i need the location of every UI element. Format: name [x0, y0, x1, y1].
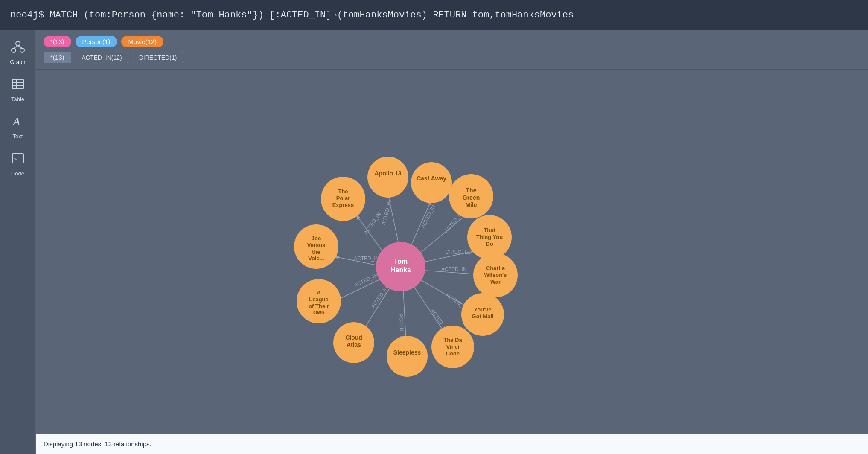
- graph-icon: [11, 40, 25, 57]
- sidebar-item-text[interactable]: A Text: [0, 108, 35, 146]
- svg-text:Code: Code: [446, 350, 460, 357]
- sidebar-label-code: Code: [11, 170, 24, 177]
- sidebar-item-graph[interactable]: Graph: [0, 34, 35, 71]
- badge-acted-in[interactable]: ACTED_IN(12): [76, 52, 128, 63]
- svg-text:the: the: [312, 249, 320, 255]
- svg-text:Sleepless: Sleepless: [393, 349, 421, 356]
- sidebar-item-code[interactable]: >_ Code: [0, 146, 35, 183]
- badge-movie[interactable]: Movie(12): [121, 36, 163, 47]
- svg-text:Thing You: Thing You: [476, 234, 503, 240]
- node-tom-hanks-label: Tom: [394, 258, 408, 265]
- sidebar-label-table: Table: [11, 96, 24, 102]
- table-icon: [11, 77, 25, 94]
- main-layout: Graph Table A Text: [0, 30, 868, 454]
- svg-text:Do: Do: [486, 241, 493, 247]
- svg-point-0: [16, 41, 20, 46]
- svg-rect-5: [12, 79, 23, 89]
- svg-text:Wilson's: Wilson's: [484, 272, 507, 278]
- svg-text:Got Mail: Got Mail: [472, 313, 493, 320]
- badge-person[interactable]: Person(1): [76, 36, 117, 47]
- svg-text:Versus: Versus: [307, 242, 326, 248]
- command-bar: neo4j$ MATCH (tom:Person {name: "Tom Han…: [0, 0, 868, 30]
- svg-point-2: [20, 48, 24, 52]
- code-icon: >_: [11, 151, 25, 169]
- svg-text:League: League: [309, 296, 329, 303]
- svg-text:You've: You've: [474, 306, 491, 313]
- node-castaway[interactable]: [411, 162, 452, 203]
- svg-line-3: [14, 46, 18, 48]
- status-text: Displaying 13 nodes, 13 relationships.: [44, 440, 151, 448]
- svg-text:Vinci: Vinci: [446, 343, 460, 350]
- node-tom-hanks-label2: Hanks: [390, 266, 411, 274]
- badge-all-nodes[interactable]: *(13): [44, 36, 71, 47]
- command-text: neo4j$ MATCH (tom:Person {name: "Tom Han…: [10, 10, 574, 20]
- svg-text:Polar: Polar: [336, 195, 350, 201]
- svg-text:Green: Green: [463, 194, 480, 201]
- svg-text:Express: Express: [332, 202, 354, 208]
- svg-text:A: A: [12, 115, 20, 128]
- sidebar: Graph Table A Text: [0, 30, 36, 454]
- svg-text:ACTED_IN: ACTED_IN: [354, 256, 379, 262]
- svg-text:Atlas: Atlas: [347, 341, 361, 348]
- status-bar: Displaying 13 nodes, 13 relationships.: [36, 434, 868, 454]
- text-icon: A: [11, 114, 25, 131]
- svg-text:ACTED_IN: ACTED_IN: [380, 200, 393, 226]
- svg-text:ACTED_IN: ACTED_IN: [441, 266, 466, 272]
- svg-text:ACTED_IN: ACTED_IN: [370, 285, 389, 309]
- svg-point-1: [12, 48, 16, 52]
- badge-all-rels[interactable]: *(13): [44, 52, 71, 63]
- svg-text:Cast Away: Cast Away: [417, 175, 446, 182]
- svg-text:Charlie: Charlie: [486, 265, 505, 271]
- svg-text:>_: >_: [14, 156, 20, 162]
- svg-text:of Their: of Their: [309, 303, 329, 309]
- badge-directed[interactable]: DIRECTED(1): [133, 52, 184, 63]
- graph-area: ACTED_IN ACTED_IN ACTED_IN DIRECTED ACTE…: [36, 70, 868, 434]
- svg-text:ACTED_IN: ACTED_IN: [398, 314, 405, 340]
- svg-line-4: [18, 46, 22, 48]
- svg-text:Own: Own: [313, 310, 324, 316]
- svg-text:Joe: Joe: [312, 235, 321, 242]
- node-apollo13[interactable]: [367, 157, 408, 198]
- graph-svg: ACTED_IN ACTED_IN ACTED_IN DIRECTED ACTE…: [36, 70, 868, 434]
- sidebar-label-text: Text: [13, 133, 23, 140]
- svg-text:War: War: [490, 279, 501, 285]
- content-area: *(13) Person(1) Movie(12) *(13) ACTED_IN…: [36, 30, 868, 454]
- svg-text:That: That: [484, 227, 495, 233]
- svg-text:Volc...: Volc...: [308, 255, 324, 262]
- sidebar-label-graph: Graph: [10, 59, 25, 65]
- filter-bar: *(13) Person(1) Movie(12) *(13) ACTED_IN…: [36, 30, 868, 70]
- node-filter-row: *(13) Person(1) Movie(12): [44, 36, 860, 47]
- svg-text:Cloud: Cloud: [345, 334, 362, 341]
- svg-text:The: The: [338, 188, 348, 195]
- svg-text:Apollo 13: Apollo 13: [374, 170, 401, 177]
- sidebar-item-table[interactable]: Table: [0, 71, 35, 108]
- svg-text:The Da: The Da: [443, 337, 462, 343]
- svg-text:DIRECTED: DIRECTED: [446, 249, 472, 255]
- svg-text:Mile: Mile: [465, 201, 477, 208]
- svg-text:The: The: [466, 187, 477, 194]
- rel-filter-row: *(13) ACTED_IN(12) DIRECTED(1): [44, 52, 860, 63]
- svg-text:A: A: [317, 289, 321, 296]
- node-sleepless[interactable]: [387, 336, 428, 377]
- svg-text:ACTED_IN: ACTED_IN: [363, 211, 382, 236]
